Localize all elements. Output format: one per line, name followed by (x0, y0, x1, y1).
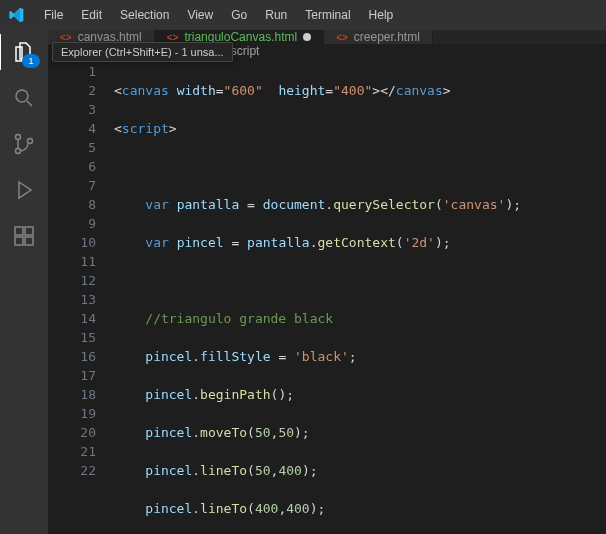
search-icon[interactable] (10, 84, 38, 112)
title-bar: File Edit Selection View Go Run Terminal… (0, 0, 606, 30)
menu-go[interactable]: Go (223, 4, 255, 26)
menu-edit[interactable]: Edit (73, 4, 110, 26)
explorer-badge: 1 (22, 54, 40, 68)
menu-run[interactable]: Run (257, 4, 295, 26)
html-file-icon: <> (167, 32, 179, 43)
activity-bar: 1 (0, 30, 48, 534)
menu-help[interactable]: Help (361, 4, 402, 26)
code-content[interactable]: <canvas width="600" height="400"></canva… (110, 58, 606, 534)
svg-rect-5 (15, 237, 23, 245)
svg-point-2 (16, 149, 21, 154)
menu-file[interactable]: File (36, 4, 71, 26)
svg-point-3 (28, 139, 33, 144)
explorer-tooltip: Explorer (Ctrl+Shift+E) - 1 unsa... (52, 42, 233, 62)
vscode-logo-icon (8, 6, 26, 24)
menu-terminal[interactable]: Terminal (297, 4, 358, 26)
html-file-icon: <> (60, 32, 72, 43)
explorer-icon[interactable]: 1 (10, 38, 38, 66)
menu-bar: File Edit Selection View Go Run Terminal… (36, 4, 401, 26)
svg-point-0 (16, 90, 28, 102)
tab-creeper[interactable]: <> creeper.html (324, 30, 433, 44)
line-gutter: 1 2 3 4 5 6 7 8 9 10 11 12 13 14 15 16 1… (48, 58, 110, 534)
svg-rect-7 (25, 227, 33, 235)
source-control-icon[interactable] (10, 130, 38, 158)
debug-icon[interactable] (10, 176, 38, 204)
svg-rect-4 (15, 227, 23, 235)
code-editor[interactable]: 1 2 3 4 5 6 7 8 9 10 11 12 13 14 15 16 1… (48, 58, 606, 534)
menu-view[interactable]: View (179, 4, 221, 26)
html-file-icon: <> (336, 32, 348, 43)
unsaved-indicator-icon (303, 33, 311, 41)
svg-point-1 (16, 135, 21, 140)
menu-selection[interactable]: Selection (112, 4, 177, 26)
breadcrumb-symbol[interactable]: script (231, 44, 260, 58)
tab-label: creeper.html (354, 30, 420, 44)
extensions-icon[interactable] (10, 222, 38, 250)
svg-rect-6 (25, 237, 33, 245)
